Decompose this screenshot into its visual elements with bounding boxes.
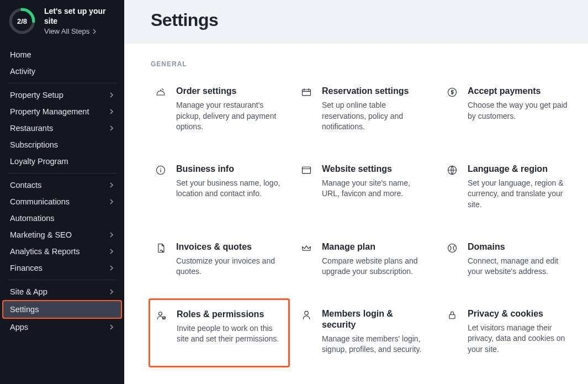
settings-card-invoices-quotes[interactable]: Invoices & quotesCustomize your invoices… bbox=[151, 236, 288, 283]
chevron-right-icon bbox=[109, 92, 114, 98]
card-desc: Manage your restaurant's pickup, deliver… bbox=[176, 100, 283, 133]
card-desc: Compare website plans and upgrade your s… bbox=[322, 256, 429, 277]
card-title: Website settings bbox=[322, 164, 429, 175]
lock-icon bbox=[447, 309, 458, 320]
sidebar-item-label: Home bbox=[10, 50, 31, 59]
svg-point-12 bbox=[305, 311, 309, 315]
sidebar-item-label: Property Setup bbox=[10, 91, 63, 99]
card-desc: Set up online table reservations, policy… bbox=[322, 100, 429, 133]
sidebar-item-label: Automations bbox=[10, 214, 55, 223]
card-title: Invoices & quotes bbox=[176, 241, 283, 253]
chevron-right-icon bbox=[109, 289, 114, 294]
settings-card-website-settings[interactable]: Website settingsManage your site's name,… bbox=[296, 158, 433, 216]
sidebar-item-property-management[interactable]: Property Management bbox=[8, 103, 116, 120]
card-title: Accept payments bbox=[468, 86, 575, 97]
settings-card-order-settings[interactable]: Order settingsManage your restaurant's p… bbox=[151, 80, 288, 138]
sidebar-item-label: Contacts bbox=[10, 181, 41, 190]
card-desc: Manage your site's name, URL, favicon an… bbox=[322, 178, 429, 199]
nav-group: HomeActivity bbox=[8, 43, 116, 83]
card-title: Domains bbox=[468, 241, 575, 253]
setup-title: Let's set up your site bbox=[44, 7, 116, 26]
nav-group: Property SetupProperty ManagementRestaur… bbox=[8, 83, 116, 173]
settings-card-manage-plan[interactable]: Manage planCompare website plans and upg… bbox=[296, 236, 433, 283]
sidebar-item-label: Analytics & Reports bbox=[10, 247, 80, 256]
sidebar-item-home[interactable]: Home bbox=[8, 46, 116, 63]
settings-grid: Order settingsManage your restaurant's p… bbox=[151, 80, 588, 361]
settings-card-privacy-cookies[interactable]: Privacy & cookiesLet visitors manage the… bbox=[442, 303, 579, 361]
settings-card-domains[interactable]: DomainsConnect, manage and edit your web… bbox=[442, 236, 579, 283]
chevron-right-icon bbox=[109, 199, 114, 204]
svg-rect-2 bbox=[303, 90, 311, 96]
chevron-right-icon bbox=[109, 109, 114, 114]
sidebar-item-label: Finances bbox=[10, 264, 43, 272]
setup-block: 2/8 Let's set up your site View All Step… bbox=[0, 0, 124, 43]
chevron-right-icon bbox=[109, 182, 114, 188]
svg-rect-13 bbox=[449, 314, 455, 319]
sidebar-item-communications[interactable]: Communications bbox=[8, 193, 116, 210]
settings-card-accept-payments[interactable]: Accept paymentsChoose the way you get pa… bbox=[442, 80, 579, 138]
page-header: Settings bbox=[124, 0, 588, 41]
chevron-right-icon bbox=[109, 265, 114, 271]
setup-progress-label: 2/8 bbox=[8, 7, 36, 35]
sidebar-item-automations[interactable]: Automations bbox=[8, 210, 116, 227]
settings-card-language-region[interactable]: Language & regionSet your language, regi… bbox=[442, 158, 579, 216]
sidebar-item-marketing-seo[interactable]: Marketing & SEO bbox=[8, 227, 116, 243]
nav-group: Site & AppSettingsApps bbox=[8, 280, 116, 339]
svg-point-5 bbox=[160, 168, 161, 169]
sidebar-item-restaurants[interactable]: Restaurants bbox=[8, 120, 116, 136]
domain-icon bbox=[447, 243, 458, 254]
card-title: Manage plan bbox=[322, 241, 429, 253]
svg-point-8 bbox=[162, 251, 163, 252]
settings-card-roles-permissions[interactable]: Roles & permissionsInvite people to work… bbox=[149, 298, 290, 367]
sidebar-item-analytics-reports[interactable]: Analytics & Reports bbox=[8, 243, 116, 260]
sidebar-item-apps[interactable]: Apps bbox=[8, 319, 116, 335]
sidebar-item-label: Settings bbox=[10, 305, 39, 314]
crown-icon bbox=[301, 243, 312, 254]
card-title: Members login & security bbox=[322, 308, 429, 330]
settings-card-reservation-settings[interactable]: Reservation settingsSet up online table … bbox=[296, 80, 433, 138]
chevron-right-icon bbox=[109, 232, 114, 238]
sidebar-item-label: Property Management bbox=[10, 107, 89, 116]
chevron-right-icon bbox=[109, 249, 114, 254]
setup-view-all-link[interactable]: View All Steps bbox=[44, 27, 116, 35]
card-desc: Customize your invoices and quotes. bbox=[176, 256, 283, 277]
sidebar-item-label: Activity bbox=[10, 67, 35, 76]
settings-card-business-info[interactable]: Business infoSet your business name, log… bbox=[151, 158, 288, 216]
sidebar-item-loyalty-program[interactable]: Loyalty Program bbox=[8, 153, 116, 170]
sidebar-item-label: Site & App bbox=[10, 287, 47, 296]
bell-plate-icon bbox=[155, 87, 166, 98]
sidebar-item-label: Communications bbox=[10, 197, 70, 206]
card-desc: Manage site members' login, signup, prof… bbox=[322, 334, 429, 355]
sidebar-item-label: Subscriptions bbox=[10, 140, 58, 149]
card-title: Business info bbox=[176, 164, 283, 175]
card-title: Language & region bbox=[468, 164, 575, 175]
roles-icon bbox=[156, 310, 167, 321]
sidebar: 2/8 Let's set up your site View All Step… bbox=[0, 0, 124, 384]
chevron-right-icon bbox=[92, 29, 97, 34]
sidebar-item-contacts[interactable]: Contacts bbox=[8, 177, 116, 193]
card-desc: Set your business name, logo, location a… bbox=[176, 178, 283, 199]
svg-point-9 bbox=[448, 244, 457, 252]
card-title: Privacy & cookies bbox=[468, 308, 575, 319]
settings-card-members-login-security[interactable]: Members login & securityManage site memb… bbox=[296, 303, 433, 361]
card-title: Reservation settings bbox=[322, 86, 429, 97]
dollar-icon bbox=[447, 87, 458, 98]
sidebar-item-settings[interactable]: Settings bbox=[2, 300, 122, 319]
reservation-icon bbox=[301, 87, 312, 98]
chevron-right-icon bbox=[109, 125, 114, 131]
sidebar-item-subscriptions[interactable]: Subscriptions bbox=[8, 136, 116, 153]
sidebar-item-site-app[interactable]: Site & App bbox=[8, 283, 116, 300]
sidebar-item-label: Loyalty Program bbox=[10, 157, 68, 166]
sidebar-item-label: Restaurants bbox=[10, 124, 53, 133]
sidebar-item-label: Apps bbox=[10, 323, 28, 332]
card-desc: Choose the way you get paid by customers… bbox=[468, 100, 575, 122]
settings-panel: GENERAL Order settingsManage your restau… bbox=[124, 44, 588, 384]
globe-icon bbox=[447, 165, 458, 176]
sidebar-item-finances[interactable]: Finances bbox=[8, 260, 116, 276]
card-title: Roles & permissions bbox=[177, 309, 283, 320]
sidebar-item-property-setup[interactable]: Property Setup bbox=[8, 87, 116, 103]
browser-icon bbox=[301, 165, 312, 176]
card-desc: Let visitors manage their privacy, data … bbox=[468, 323, 575, 355]
section-label-general: GENERAL bbox=[151, 60, 588, 68]
sidebar-item-activity[interactable]: Activity bbox=[8, 63, 116, 80]
